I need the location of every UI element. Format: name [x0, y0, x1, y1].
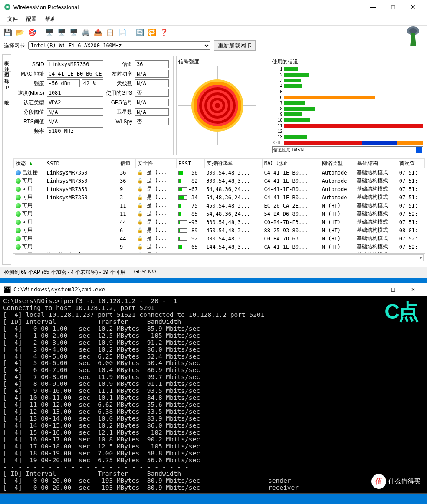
target-icon[interactable]: 🎯: [27, 27, 37, 37]
titlebar[interactable]: WirelessMon Professional — □ ✕: [0, 0, 427, 13]
channel-bar-13: 13: [272, 134, 423, 140]
open-icon[interactable]: 📂: [15, 27, 25, 37]
tab-summary[interactable]: 概要: [3, 55, 11, 60]
close-button[interactable]: ✕: [403, 0, 423, 13]
table-row[interactable]: 可用LinksysMR735036🔒 是 (...-82300,54,48,3.…: [14, 177, 425, 185]
menu-config[interactable]: 配置: [23, 14, 40, 24]
pc2-icon[interactable]: 🖥️: [57, 27, 66, 37]
sat-field[interactable]: [135, 108, 169, 116]
table-row[interactable]: 可用镜忆焱_Wi-Fi544🔒 是 (...-9254,48,36,24...C…: [14, 251, 425, 254]
menu-help[interactable]: 帮助: [42, 14, 59, 24]
channel-bar-3: 3: [272, 78, 423, 83]
speed-label: 速度(Mbits): [17, 89, 45, 97]
col-sec[interactable]: 安全性: [135, 159, 176, 168]
col-ssid[interactable]: SSID: [45, 159, 118, 168]
cmd-maximize-button[interactable]: □: [383, 283, 403, 296]
wirelessmon-window: WirelessMon Professional — □ ✕ 文件 配置 帮助 …: [0, 0, 427, 278]
antenna-field[interactable]: [135, 79, 169, 87]
help-icon[interactable]: ❓: [159, 27, 169, 37]
channel-bar-9: 9: [272, 112, 423, 117]
gpssig-field[interactable]: [135, 99, 169, 106]
txpower-field[interactable]: [135, 70, 169, 78]
printer-icon[interactable]: 🖨️: [81, 27, 91, 37]
channel-field[interactable]: [135, 60, 169, 68]
freq-label: 频率: [17, 127, 45, 135]
tab-graph[interactable]: 图形: [3, 66, 11, 72]
pc3-icon[interactable]: 🖥️: [69, 27, 79, 37]
log-icon[interactable]: 📋: [105, 27, 115, 37]
table-row[interactable]: 可用44🔒 是 (...-93300,54,48,3...C0-B4-7D-F3…: [14, 218, 425, 226]
channel-usage-select[interactable]: 信道使用 B/G/N: [272, 146, 423, 153]
table-row[interactable]: 可用44🔒 是 (...-92300,54,48,3...C0-B4-7D-63…: [14, 234, 425, 243]
watermark-badge: 值 什么值得买: [371, 474, 420, 489]
strength-dbm-field[interactable]: [47, 79, 80, 87]
channel-bar-12: 12: [272, 128, 423, 134]
reload1-icon[interactable]: 🔄: [135, 27, 145, 37]
col-net[interactable]: 网络类型: [320, 159, 355, 168]
status-ap: 检测到 69 个AP (65 个加密 - 4 个未加密) - 39 个可用: [4, 269, 125, 276]
rts-field[interactable]: [47, 118, 103, 125]
auth-label: 认证类型: [17, 98, 45, 107]
table-row[interactable]: 已连接LinksysMR735036🔒 是 (...-56300,54,48,3…: [14, 168, 425, 177]
minimize-button[interactable]: —: [363, 0, 383, 13]
adapter-select[interactable]: Intel(R) Wi-Fi 6 AX200 160MHz: [28, 41, 210, 50]
svg-point-3: [409, 28, 417, 33]
export-icon[interactable]: 📤: [93, 27, 103, 37]
table-row[interactable]: 可用LinksysMR73509🔒 是 (...-6754,48,36,24..…: [14, 185, 425, 193]
tab-stats[interactable]: 统计: [3, 60, 11, 66]
cmd-titlebar[interactable]: C:\ C:\Windows\system32\cmd.exe — □ ✕: [0, 283, 427, 296]
col-ch[interactable]: 信道: [118, 159, 135, 168]
mac-field[interactable]: [47, 70, 103, 78]
sat-label: 卫星数: [105, 108, 133, 116]
cmd-output[interactable]: C:\Users\NOise>iperf3 -c 10.128.1.2 -t 2…: [0, 296, 427, 493]
col-status[interactable]: 状态 ▲: [14, 159, 45, 168]
channel-bar-1: 1: [272, 66, 423, 72]
table-row[interactable]: 可用9🔒 是 (...-65144,54,48,3...CA-41-1E-B0.…: [14, 243, 425, 251]
ssid-label: SSID: [17, 60, 45, 69]
channel-title: 使用的信道: [272, 58, 423, 66]
save-icon[interactable]: 💾: [3, 27, 13, 37]
cmd-title: C:\Windows\system32\cmd.exe: [13, 287, 105, 293]
cmd-minimize-button[interactable]: —: [363, 283, 383, 296]
menubar: 文件 配置 帮助: [0, 13, 427, 26]
tab-map[interactable]: 映射: [3, 93, 11, 99]
auth-field[interactable]: [47, 99, 103, 106]
cmd-window: C:\ C:\Windows\system32\cmd.exe — □ ✕ C点…: [0, 283, 427, 494]
channel-bar-10: 10: [272, 117, 423, 123]
col-rssi[interactable]: RSSI: [177, 159, 204, 168]
horizontal-scrollbar[interactable]: [15, 254, 424, 261]
tab-ip[interactable]: IP: [3, 77, 11, 93]
cmd-close-button[interactable]: ✕: [403, 283, 423, 296]
ap-grid[interactable]: 状态 ▲ SSID 信道 安全性 RSSI 支持的速率 MAC 地址 网络类型 …: [13, 158, 425, 254]
table-row[interactable]: 可用11🔒 是 (...-8554,48,36,24...54-BA-D6-80…: [14, 210, 425, 218]
table-row[interactable]: 可用11🔒 是 (...-75450,54,48,3...EC-26-CA-2E…: [14, 201, 425, 210]
col-rate[interactable]: 支持的速率: [204, 159, 262, 168]
antenna-label: 天线数: [105, 79, 133, 88]
pc1-icon[interactable]: 🖥️: [45, 27, 54, 37]
ssid-field[interactable]: [47, 60, 103, 68]
channel-bar-4: 4: [272, 83, 423, 89]
gps-field[interactable]: [135, 89, 169, 97]
col-first[interactable]: 首次查: [397, 159, 425, 168]
cmd-icon: C:\: [4, 286, 11, 293]
tab-conn[interactable]: 连接: [3, 72, 11, 77]
col-mac[interactable]: MAC 地址: [262, 159, 320, 168]
channel-bar-6: 6: [272, 95, 423, 100]
wispy-field[interactable]: [135, 118, 169, 125]
strength-pct-field[interactable]: [82, 79, 103, 87]
table-row[interactable]: 可用LinksysMR73503🔒 是 (...-3454,48,36,24..…: [14, 193, 425, 201]
maximize-button[interactable]: □: [383, 0, 403, 13]
freq-field[interactable]: [47, 127, 103, 135]
menu-file[interactable]: 文件: [4, 14, 21, 24]
speed-field[interactable]: [47, 89, 103, 97]
frag-field[interactable]: [47, 108, 103, 116]
channel-label: 信道: [105, 60, 133, 69]
reload2-icon[interactable]: 🔁: [147, 27, 157, 37]
doc-icon[interactable]: 📄: [118, 27, 127, 37]
reload-adapter-button[interactable]: 重新加载网卡: [214, 40, 256, 51]
table-row[interactable]: 可用6🔒 是 (...-89450,54,48,3...88-25-93-80.…: [14, 226, 425, 234]
signal-title: 信号强度: [178, 58, 265, 66]
col-infra[interactable]: 基础结构: [355, 159, 397, 168]
toolbar: 💾 📂 🎯 🖥️ 🖥️ 🖥️ 🖨️ 📤 📋 📄 🔄 🔁 ❓: [0, 26, 427, 39]
statusbar: 检测到 69 个AP (65 个加密 - 4 个未加密) - 39 个可用 GP…: [0, 267, 427, 278]
